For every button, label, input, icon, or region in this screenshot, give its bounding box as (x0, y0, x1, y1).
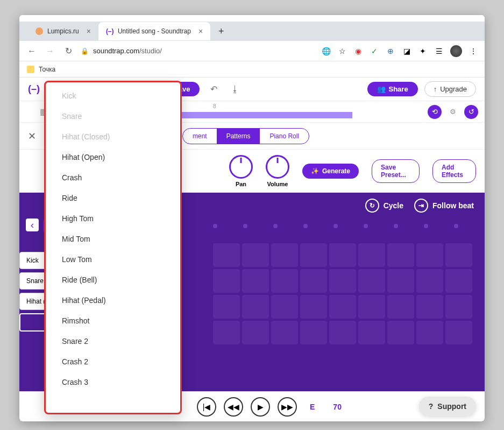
pattern-cell[interactable] (213, 295, 240, 319)
pattern-cell[interactable] (300, 243, 327, 267)
tab-soundtrap[interactable]: (–) Untitled song - Soundtrap × (98, 22, 210, 40)
pattern-cell[interactable] (242, 269, 269, 293)
pattern-cell[interactable] (387, 269, 414, 293)
pattern-cell[interactable] (358, 321, 385, 344)
ext-icon[interactable]: ✓ (370, 46, 379, 56)
pattern-cell[interactable] (416, 295, 443, 319)
download-button[interactable]: ⭳ (228, 82, 243, 97)
ext-icon[interactable]: ◉ (353, 46, 363, 56)
bookmark-item[interactable]: Точка (39, 66, 55, 73)
fast-back-button[interactable]: ◀◀ (224, 397, 243, 417)
pattern-cell[interactable] (213, 243, 240, 267)
upgrade-button[interactable]: ↑Upgrade (424, 81, 476, 97)
follow-beat-toggle[interactable]: ⇥Follow beat (414, 199, 474, 213)
gear-icon[interactable]: ⚙ (446, 105, 460, 119)
pattern-cell[interactable] (387, 321, 414, 344)
dropdown-item[interactable]: Hihat (Pedal) (46, 290, 180, 311)
pattern-cell[interactable] (242, 295, 269, 319)
support-button[interactable]: ? Support (419, 397, 476, 416)
pattern-cell[interactable] (271, 243, 298, 267)
ext-icon[interactable]: ⊕ (386, 46, 395, 56)
pattern-cell[interactable] (300, 321, 327, 344)
loop-icon[interactable]: ⟲ (428, 105, 442, 119)
pattern-cell[interactable] (213, 269, 240, 293)
translate-icon[interactable]: 🌐 (321, 46, 331, 56)
volume-knob[interactable]: Volume (266, 155, 289, 187)
share-button[interactable]: 👥Share (367, 82, 418, 96)
pattern-cell[interactable] (416, 243, 443, 267)
dropdown-item[interactable]: Crash 2 (46, 351, 180, 372)
pattern-cell[interactable] (271, 295, 298, 319)
pattern-cell[interactable] (358, 243, 385, 267)
pattern-cell[interactable] (416, 269, 443, 293)
url-field[interactable]: 🔒 soundtrap.com/studio/ (81, 47, 315, 55)
dropdown-item[interactable]: Kick (46, 86, 180, 106)
close-editor-button[interactable]: ✕ (28, 130, 36, 142)
pattern-cell[interactable] (358, 295, 385, 319)
back-button[interactable]: ← (26, 46, 38, 56)
dropdown-item[interactable]: Ride (46, 188, 180, 208)
dropdown-item[interactable]: Low Tom (46, 249, 180, 270)
tab-pianoroll[interactable]: Piano Roll (260, 129, 309, 144)
pattern-cell[interactable] (300, 295, 327, 319)
fast-forward-button[interactable]: ▶▶ (278, 397, 297, 417)
pattern-cell[interactable] (416, 321, 443, 344)
pattern-cell[interactable] (213, 321, 240, 344)
dropdown-item[interactable]: Crash 3 (46, 372, 180, 392)
dropdown-item[interactable]: Hihat (Closed) (46, 126, 180, 147)
save-preset-button[interactable]: Save Preset... (372, 159, 420, 183)
tab-patterns[interactable]: Patterns (217, 129, 260, 144)
pattern-cell[interactable] (329, 243, 356, 267)
dropdown-item[interactable]: Ride (Bell) (46, 270, 180, 290)
pattern-cell[interactable] (445, 269, 472, 293)
extensions-icon[interactable]: ✦ (418, 46, 428, 56)
generate-button[interactable]: ✨Generate (302, 164, 359, 179)
cycle-toggle[interactable]: ↻Cycle (365, 199, 403, 213)
tab-instrument[interactable]: ment (183, 129, 217, 144)
pattern-cell[interactable] (300, 269, 327, 293)
pattern-cell[interactable] (242, 243, 269, 267)
add-effects-button[interactable]: Add Effects (432, 159, 476, 183)
pattern-cell[interactable] (387, 243, 414, 267)
key-display[interactable]: E (310, 403, 315, 411)
tempo-display[interactable]: 70 (333, 403, 342, 411)
dropdown-item[interactable]: Crash (46, 167, 180, 188)
prev-button[interactable]: ‹ (26, 218, 39, 231)
star-icon[interactable]: ☆ (337, 46, 347, 56)
pattern-cell[interactable] (329, 321, 356, 344)
close-icon[interactable]: × (198, 27, 203, 36)
pattern-cell[interactable] (271, 269, 298, 293)
close-icon[interactable]: × (87, 27, 91, 36)
pattern-cell[interactable] (445, 295, 472, 319)
pattern-cell[interactable] (358, 269, 385, 293)
pattern-cell[interactable] (387, 295, 414, 319)
dropdown-item[interactable]: Rimshot (46, 311, 180, 331)
reading-list-icon[interactable]: ☰ (434, 46, 444, 56)
pattern-cell[interactable] (271, 321, 298, 344)
rewind-button[interactable]: |◀ (197, 397, 216, 417)
dropdown-item[interactable]: Snare (46, 106, 180, 126)
pattern-cell[interactable] (329, 269, 356, 293)
pan-knob[interactable]: Pan (229, 155, 253, 187)
pattern-cell[interactable] (445, 321, 472, 344)
forward-button[interactable]: → (44, 46, 56, 56)
pattern-cell[interactable] (242, 321, 269, 344)
history-icon[interactable]: ↺ (464, 105, 478, 119)
dropdown-item[interactable]: Hihat (Open) (46, 147, 180, 167)
new-tab-button[interactable]: + (215, 25, 228, 38)
pattern-cell[interactable] (329, 295, 356, 319)
tab-title: Lumpics.ru (47, 27, 79, 35)
dropdown-item[interactable]: Snare 2 (46, 331, 180, 351)
undo-button[interactable]: ↶ (206, 82, 221, 97)
pattern-cell[interactable] (445, 243, 472, 267)
dropdown-item[interactable]: High Tom (46, 208, 180, 229)
tab-lumpics[interactable]: Lumpics.ru × (28, 22, 98, 40)
menu-icon[interactable]: ⋮ (468, 46, 478, 56)
app-logo[interactable]: (–) (28, 83, 40, 95)
dropdown-item[interactable]: Mid Tom (46, 229, 180, 249)
play-button[interactable]: ▶ (251, 397, 270, 417)
profile-avatar[interactable] (450, 45, 462, 57)
reload-button[interactable]: ↻ (62, 46, 74, 56)
drum-sound-dropdown[interactable]: Kick Snare Hihat (Closed) Hihat (Open) C… (44, 81, 182, 414)
ext-icon[interactable]: ◪ (402, 46, 411, 56)
